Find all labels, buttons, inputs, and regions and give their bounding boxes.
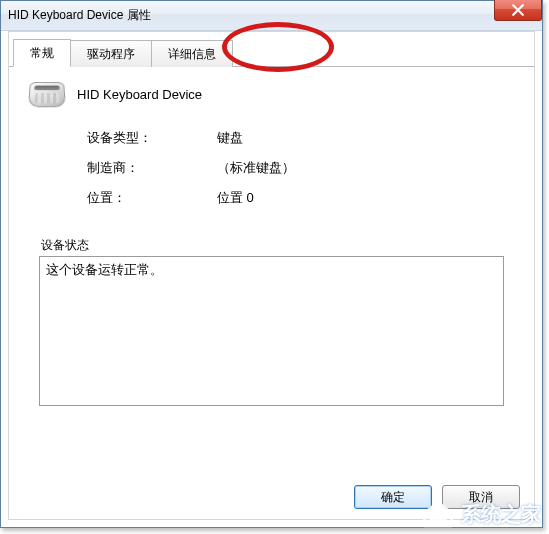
- tab-content-general: HID Keyboard Device 设备类型： 键盘 制造商： （标准键盘）…: [9, 67, 534, 519]
- prop-value: （标准键盘）: [217, 159, 295, 177]
- dialog-window: HID Keyboard Device 属性 常规 驱动程序 详细信息 HI: [0, 0, 543, 528]
- device-name: HID Keyboard Device: [77, 87, 202, 102]
- tab-label: 详细信息: [168, 46, 216, 63]
- prop-label: 设备类型：: [87, 129, 217, 147]
- prop-row-location: 位置： 位置 0: [87, 189, 516, 207]
- prop-label: 制造商：: [87, 159, 217, 177]
- watermark: 系统之家: [421, 500, 541, 528]
- tab-general[interactable]: 常规: [13, 39, 71, 67]
- device-header: HID Keyboard Device: [29, 81, 516, 107]
- status-label: 设备状态: [41, 237, 504, 254]
- prop-value: 位置 0: [217, 189, 254, 207]
- prop-value: 键盘: [217, 129, 243, 147]
- tab-row: 常规 驱动程序 详细信息: [9, 40, 534, 67]
- tab-driver[interactable]: 驱动程序: [70, 40, 152, 67]
- tab-label: 驱动程序: [87, 46, 135, 63]
- status-textarea[interactable]: [39, 256, 504, 406]
- client-area: 常规 驱动程序 详细信息 HID Keyboard Device 设备类型： 键…: [8, 31, 535, 520]
- prop-row-type: 设备类型： 键盘: [87, 129, 516, 147]
- window-title: HID Keyboard Device 属性: [8, 7, 151, 24]
- keyboard-icon: [28, 82, 66, 107]
- prop-row-manufacturer: 制造商： （标准键盘）: [87, 159, 516, 177]
- tab-details[interactable]: 详细信息: [151, 40, 233, 67]
- tab-label: 常规: [30, 45, 54, 62]
- close-button[interactable]: [494, 0, 542, 21]
- house-icon: [421, 500, 455, 528]
- prop-label: 位置：: [87, 189, 217, 207]
- watermark-text: 系统之家: [461, 501, 541, 528]
- close-icon: [512, 4, 524, 16]
- device-properties: 设备类型： 键盘 制造商： （标准键盘） 位置： 位置 0: [87, 129, 516, 207]
- status-group: 设备状态: [39, 237, 504, 410]
- tab-hidden[interactable]: [232, 40, 318, 67]
- titlebar[interactable]: HID Keyboard Device 属性: [1, 1, 542, 31]
